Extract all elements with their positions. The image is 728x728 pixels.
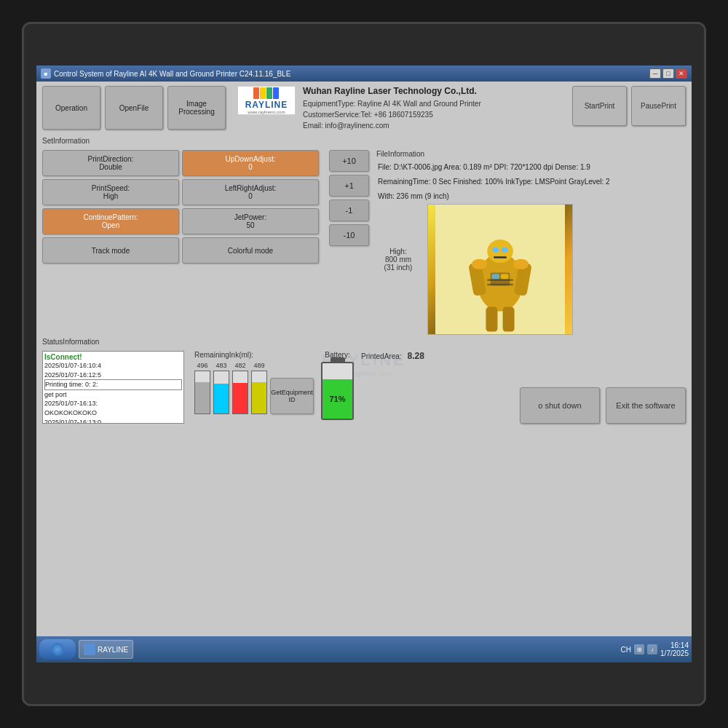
log-line-3: get port: [44, 390, 182, 400]
taskbar-clock: 16:14 1/7/2025: [660, 641, 689, 657]
adj-minus10-button[interactable]: -10: [329, 224, 369, 246]
ink-bars-row: 496 483: [194, 362, 314, 414]
svg-point-13: [472, 259, 487, 269]
settings-grid-area: PrintDirection: Double UpDownAdjust: 0 P…: [42, 150, 319, 335]
up-down-adjust-button[interactable]: UpDownAdjust: 0: [182, 150, 319, 176]
ink-bar-cyan: 483: [213, 362, 229, 414]
logo-text: RAYLINE: [245, 100, 288, 110]
taskbar-program-icon: [84, 644, 95, 655]
svg-point-14: [513, 259, 529, 269]
file-info-line1: File: D:\KT-0006.jpg Area: 0.189 m² DPI:…: [376, 160, 686, 175]
start-orb: [51, 643, 64, 656]
title-bar: ■ Control System of Rayline AI 4K Wall a…: [36, 66, 692, 82]
status-right: PrintedArea: 8.28 o shut down Exit the s…: [361, 351, 686, 424]
colorful-mode-button[interactable]: Colorful mode: [182, 237, 319, 264]
svg-rect-8: [486, 307, 497, 332]
jet-power-button[interactable]: JetPower: 50: [182, 208, 319, 234]
status-log: IsConnect! 2025/01/07-16:10:4 2025/01/07…: [42, 351, 184, 424]
screen: ■ Control System of Rayline AI 4K Wall a…: [36, 66, 692, 662]
adj-minus1-button[interactable]: -1: [329, 199, 369, 221]
get-equipment-id-button[interactable]: GetEquipment ID: [270, 378, 314, 414]
ink-battery-section: RemainingInk(ml): 496 483: [194, 351, 314, 424]
status-area: IsConnect! 2025/01/07-16:10:4 2025/01/07…: [36, 349, 692, 425]
battery-area: Battery: 71%: [321, 351, 354, 424]
shutdown-button[interactable]: o shut down: [520, 387, 600, 424]
svg-point-3: [492, 248, 499, 253]
set-info-area: PrintDirection: Double UpDownAdjust: 0 P…: [36, 149, 692, 336]
height-label: High: 800 mm (31 inch): [376, 204, 420, 272]
robot-preview-image: [427, 204, 573, 335]
file-info-line2: RemainingTime: 0 Sec Finished: 100% InkT…: [376, 175, 686, 189]
start-button[interactable]: [39, 639, 76, 660]
file-info-line3: With: 236 mm (9 inch): [376, 189, 686, 204]
equipment-type: EquipmentType: Rayline AI 4K Wall and Gr…: [303, 98, 481, 109]
svg-rect-5: [494, 256, 507, 258]
window-controls: ─ □ ✕: [649, 68, 687, 79]
monitor-bezel: ■ Control System of Rayline AI 4K Wall a…: [22, 22, 706, 706]
logo-sub: www.raylinenc.com: [248, 110, 285, 114]
close-button[interactable]: ✕: [676, 68, 687, 79]
start-pause-area: StartPrint PausePrint: [572, 86, 686, 126]
ink-bar-gray: 496: [194, 362, 210, 414]
minimize-button[interactable]: ─: [649, 68, 661, 79]
open-file-button[interactable]: OpenFile: [105, 86, 163, 130]
left-right-adjust-button[interactable]: LeftRightAdjust: 0: [182, 179, 319, 205]
company-info: Wuhan Rayline Laser Technology Co.,Ltd. …: [303, 86, 481, 131]
log-line-5: OKOKOKOKOKO: [44, 408, 182, 418]
ink-bar-red: 482: [232, 362, 248, 414]
printed-area-label: PrintedArea:: [361, 352, 402, 360]
set-info-label: SetInformation: [42, 137, 686, 145]
operation-button[interactable]: Operation: [42, 86, 100, 130]
remaining-ink-label: RemainingInk(ml):: [194, 351, 314, 359]
svg-rect-9: [503, 307, 515, 332]
track-mode-button[interactable]: Track mode: [42, 237, 179, 264]
printed-area-row: PrintedArea: 8.28: [361, 351, 686, 361]
pause-print-button[interactable]: PausePrint: [631, 86, 686, 126]
taskbar-tray: CH ⊞ ♪ 16:14 1/7/2025: [621, 641, 689, 657]
start-print-button[interactable]: StartPrint: [572, 86, 627, 126]
svg-point-2: [487, 240, 513, 263]
log-line-0: 2025/01/07-16:10:4: [44, 361, 182, 371]
file-info-area: FileInformation File: D:\KT-0006.jpg Are…: [376, 150, 686, 335]
file-info-label: FileInformation: [376, 150, 686, 158]
print-direction-button[interactable]: PrintDirection: Double: [42, 150, 179, 176]
print-speed-button[interactable]: PrintSpeed: High: [42, 179, 179, 205]
battery-icon: 71%: [321, 362, 354, 420]
svg-rect-15: [487, 279, 513, 281]
status-info-label: StatusInformation: [42, 338, 686, 346]
adj-plus10-button[interactable]: +10: [329, 150, 369, 172]
main-content: Operation OpenFile Image Processing: [36, 82, 692, 636]
svg-rect-12: [501, 274, 509, 279]
battery-percent: 71%: [323, 395, 352, 403]
company-name: Wuhan Rayline Laser Technology Co.,Ltd.: [303, 86, 481, 96]
battery-tip: [331, 357, 345, 362]
taskbar-program[interactable]: RAYLINE: [79, 640, 133, 659]
adjustment-buttons: +10 +1 -1 -10: [329, 150, 369, 335]
adj-plus1-button[interactable]: +1: [329, 175, 369, 197]
svg-rect-16: [487, 284, 513, 286]
log-line-6: 2025/01/07-16:13:0: [44, 418, 182, 424]
maximize-button[interactable]: □: [662, 68, 674, 79]
toolbar-area: Operation OpenFile Image Processing: [36, 82, 692, 135]
taskbar-lang: CH: [621, 646, 631, 654]
company-logo: RAYLINE www.raylinenc.com: [237, 86, 296, 115]
customer-service: CustomerService:Tel: +86 18607159235: [303, 109, 481, 120]
is-connect-label: IsConnect!: [44, 353, 182, 361]
ink-bar-yellow: 489: [251, 362, 267, 414]
company-email: Email: info@raylinenc.com: [303, 120, 481, 131]
log-line-1: 2025/01/07-16:12:5: [44, 371, 182, 380]
settings-grid: PrintDirection: Double UpDownAdjust: 0 P…: [42, 150, 319, 264]
continue-pattern-button[interactable]: ContinuePattern: Open: [42, 208, 179, 234]
battery-fill: 71%: [323, 379, 352, 419]
shutdown-exit-row: o shut down Exit the software: [361, 381, 686, 424]
image-processing-button[interactable]: Image Processing: [167, 86, 226, 130]
log-line-2: Printing time: 0: 2:: [44, 379, 182, 390]
volume-tray-icon: ♪: [647, 644, 657, 654]
svg-rect-11: [491, 274, 499, 279]
taskbar-program-name: RAYLINE: [98, 646, 128, 654]
window-title: Control System of Rayline AI 4K Wall and…: [54, 70, 290, 78]
printed-area-value: 8.28: [408, 351, 424, 361]
svg-point-4: [502, 248, 508, 253]
toolbar-buttons: Operation OpenFile Image Processing: [42, 86, 226, 130]
exit-software-button[interactable]: Exit the software: [606, 387, 686, 424]
